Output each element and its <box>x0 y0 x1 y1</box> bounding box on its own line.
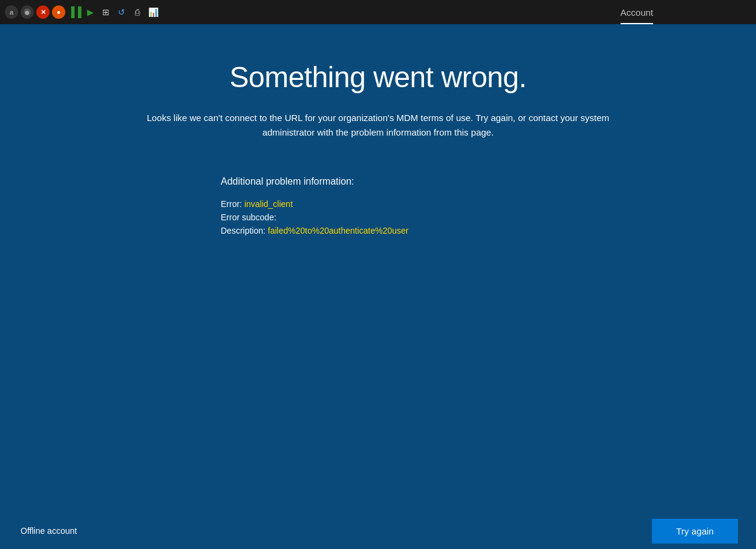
taskbar-icons: a ⊕ ✕ ● ▐▐ ▶ ⊞ ↺ ⎙ 📊 <box>5 5 160 19</box>
account-tab[interactable]: Account <box>608 0 665 24</box>
taskbar-icon-5[interactable]: ▐▐ <box>68 5 81 19</box>
error-line-3: Description: failed%20to%20authenticate%… <box>221 226 584 235</box>
taskbar-icon-4[interactable]: ● <box>52 5 65 19</box>
taskbar-icon-9[interactable]: ⎙ <box>131 5 144 19</box>
description-value: failed%20to%20authenticate%20user <box>268 226 409 235</box>
taskbar-icon-8[interactable]: ↺ <box>115 5 128 19</box>
taskbar: a ⊕ ✕ ● ▐▐ ▶ ⊞ ↺ ⎙ 📊 Account <box>0 0 756 24</box>
try-again-button[interactable]: Try again <box>652 519 738 544</box>
problem-info-title: Additional problem information: <box>221 176 584 187</box>
taskbar-icon-6[interactable]: ▶ <box>83 5 97 19</box>
taskbar-icon-10[interactable]: 📊 <box>146 5 160 19</box>
taskbar-icon-3[interactable]: ✕ <box>36 5 50 19</box>
main-content: Something went wrong. Looks like we can'… <box>0 24 756 549</box>
svg-text:⊕: ⊕ <box>25 10 30 16</box>
problem-info: Additional problem information: Error: i… <box>221 176 584 239</box>
taskbar-icon-7[interactable]: ⊞ <box>99 5 112 19</box>
error-label: Error: <box>221 199 242 209</box>
account-tab-label: Account <box>621 7 653 18</box>
error-description: Looks like we can't connect to the URL f… <box>142 111 614 140</box>
subcode-label: Error subcode: <box>221 212 276 222</box>
taskbar-icon-1[interactable]: a <box>5 5 18 19</box>
description-label: Description: <box>221 226 266 235</box>
taskbar-icon-2[interactable]: ⊕ <box>21 5 34 19</box>
offline-account-button[interactable]: Offline account <box>18 521 79 541</box>
error-title: Something went wrong. <box>229 61 526 94</box>
error-value: invalid_client <box>244 199 293 209</box>
bottom-bar: Offline account Try again <box>0 513 756 549</box>
error-line-2: Error subcode: <box>221 212 584 222</box>
error-line-1: Error: invalid_client <box>221 199 584 209</box>
